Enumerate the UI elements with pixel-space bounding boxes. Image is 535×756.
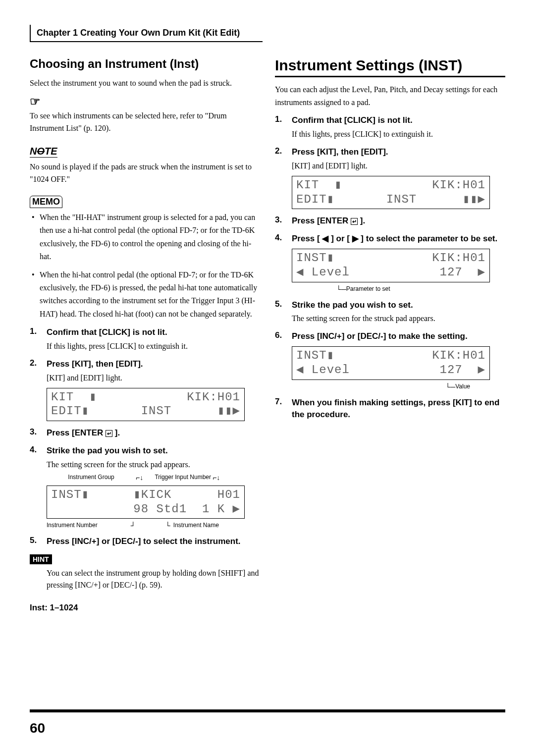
step-number: 2. <box>275 146 285 158</box>
r-step-2: 2. Press [KIT], then [EDIT]. <box>275 146 505 158</box>
lcd-screen-left-2: INST▮▮KICK H01 98 Std1 1 K ▶ <box>47 486 245 519</box>
right-column: Instrument Settings (INST) You can each … <box>275 57 505 613</box>
arrow-up-icon: ┘ <box>131 522 136 530</box>
step-number: 1. <box>30 326 40 338</box>
left-column: Choosing an Instrument (Inst) Select the… <box>30 57 260 613</box>
lcd-text: KIT ▮ <box>51 390 97 405</box>
step-number: 5. <box>30 536 40 547</box>
r-step-7: 7. When you finish making settings, pres… <box>275 397 505 421</box>
arrow-down-icon: ⌐↓ <box>213 474 220 482</box>
lcd-screen-right-1: KIT ▮KIK:H01 EDIT▮INST ▮▮▶ <box>292 176 490 210</box>
step-text: When you finish making settings, press [… <box>292 397 505 421</box>
step-number: 4. <box>30 445 40 457</box>
lcd-text: KIK:H01 <box>432 349 485 363</box>
step-body: [KIT] and [EDIT] light. <box>292 160 505 172</box>
arrow-up-icon: └ <box>165 522 170 530</box>
lcd-text: INST▮ <box>296 251 334 266</box>
arrow-up-icon: └─ <box>336 285 346 293</box>
enter-icon: ↵ <box>106 430 112 437</box>
chapter-header: Chapter 1 Creating Your Own Drum Kit (Ki… <box>30 25 263 42</box>
lcd-text: INST ▮▮▶ <box>386 193 485 207</box>
lcd-text: INST▮ <box>51 488 89 502</box>
step-text: Press [INC/+] or [DEC/-] to select the i… <box>47 536 241 547</box>
r-step-6: 6. Press [INC/+] or [DEC/-] to make the … <box>275 330 505 342</box>
lcd-label: Trigger Input Number <box>153 474 213 482</box>
lcd-screen-left-1: KIT ▮KIK:H01 EDIT▮INST ▮▮▶ <box>47 388 245 422</box>
step-2: 2. Press [KIT], then [EDIT]. <box>30 358 260 370</box>
lcd-text: EDIT▮ <box>296 193 334 207</box>
step-number: 1. <box>275 114 285 126</box>
lcd-text: 98 Std1 1 K ▶ <box>133 502 240 517</box>
value-range: Inst: 1–1024 <box>30 603 260 613</box>
step-body: The setting screen for the struck pad ap… <box>292 313 505 324</box>
step-text: Press [ENTER ↵ ]. <box>47 427 120 439</box>
lcd-text: KIK:H01 <box>432 251 485 266</box>
step-3: 3. Press [ENTER ↵ ]. <box>30 427 260 439</box>
memo-item: When the hi-hat control pedal (the optio… <box>40 269 260 321</box>
step-body: If this lights, press [CLICK] to extingu… <box>47 340 260 352</box>
arrow-down-icon: ⌐↓ <box>136 474 143 482</box>
lcd-annotation: └─ Parameter to set <box>292 285 490 293</box>
hint-text: You can select the instrument group by h… <box>47 567 260 591</box>
step-text: Press [KIT], then [EDIT]. <box>47 358 143 370</box>
step-4: 4. Strike the pad you wish to set. <box>30 445 260 457</box>
lcd-text: ▮KICK H01 <box>133 488 240 502</box>
memo-item: When the "HI-HAT" instrument group is se… <box>40 211 260 264</box>
step-5: 5. Press [INC/+] or [DEC/-] to select th… <box>30 536 260 547</box>
step-number: 3. <box>30 427 40 439</box>
lcd-screen-right-2: INST▮KIK:H01 ◀ Level127 ▶ <box>292 249 490 282</box>
lcd-text: 127 ▶ <box>440 266 485 280</box>
right-main-title: Instrument Settings (INST) <box>275 57 505 77</box>
ref-text: To see which instruments can be selected… <box>30 109 260 135</box>
hint-icon: HINT <box>30 554 52 564</box>
lcd-text: EDIT▮ <box>51 404 89 419</box>
step-text: Press [ENTER ↵ ]. <box>292 215 365 227</box>
reference-icon: ☞ <box>30 95 260 108</box>
lcd-sublabel-row: Instrument Number ┘ └ Instrument Name <box>47 522 245 530</box>
right-intro: You can each adjust the Level, Pan, Pitc… <box>275 83 505 108</box>
lcd-screen-right-3: INST▮KIK:H01 ◀ Level127 ▶ <box>292 346 490 380</box>
step-number: 2. <box>30 358 40 370</box>
memo-list: When the "HI-HAT" instrument group is se… <box>30 211 260 321</box>
lcd-label: Instrument Group <box>47 474 136 482</box>
footer-divider <box>30 709 505 712</box>
step-number: 7. <box>275 397 285 421</box>
page-number: 60 <box>30 720 45 736</box>
lcd-text: KIT ▮ <box>296 178 342 193</box>
step-text: Strike the pad you wish to set. <box>292 299 413 311</box>
left-intro: Select the instrument you want to sound … <box>30 77 260 90</box>
note-icon: NOTE <box>30 146 57 158</box>
lcd-text: KIK:H01 <box>432 178 485 193</box>
step-text: Strike the pad you wish to set. <box>47 445 168 457</box>
memo-icon: MEMO <box>30 196 62 208</box>
step-body: [KIT] and [EDIT] light. <box>47 372 260 384</box>
step-text: Confirm that [CLICK] is not lit. <box>292 114 413 126</box>
note-text: No sound is played if the pads are struc… <box>30 161 260 186</box>
step-number: 3. <box>275 215 285 227</box>
step-body: If this lights, press [CLICK] to extingu… <box>292 128 505 140</box>
step-text: Press [INC/+] or [DEC/-] to make the set… <box>292 330 468 342</box>
step-number: 4. <box>275 233 285 245</box>
lcd-text: ◀ Level <box>296 266 350 280</box>
step-number: 5. <box>275 299 285 311</box>
left-section-title: Choosing an Instrument (Inst) <box>30 57 260 71</box>
step-text: Press [ ◀ ] or [ ▶ ] to select the param… <box>292 233 497 245</box>
step-text: Press [KIT], then [EDIT]. <box>292 146 388 158</box>
lcd-text: ◀ Level <box>296 363 350 378</box>
step-number: 6. <box>275 330 285 342</box>
lcd-label: Instrument Number <box>47 522 131 530</box>
step-1: 1. Confirm that [CLICK] is not lit. <box>30 326 260 338</box>
lcd-label: Instrument Name <box>170 522 240 530</box>
lcd-text: 127 ▶ <box>440 363 485 378</box>
annotation-text: Value <box>455 383 470 391</box>
annotation-text: Parameter to set <box>346 285 390 293</box>
enter-icon: ↵ <box>351 218 358 225</box>
lcd-text: INST▮ <box>296 349 334 363</box>
lcd-text: KIK:H01 <box>187 390 240 405</box>
r-step-1: 1. Confirm that [CLICK] is not lit. <box>275 114 505 126</box>
r-step-3: 3. Press [ENTER ↵ ]. <box>275 215 505 227</box>
lcd-text: INST ▮▮▶ <box>141 404 240 419</box>
r-step-4: 4. Press [ ◀ ] or [ ▶ ] to select the pa… <box>275 233 505 245</box>
lcd-label-row: Instrument Group ⌐↓ Trigger Input Number… <box>47 474 245 482</box>
step-text: Confirm that [CLICK] is not lit. <box>47 326 167 338</box>
